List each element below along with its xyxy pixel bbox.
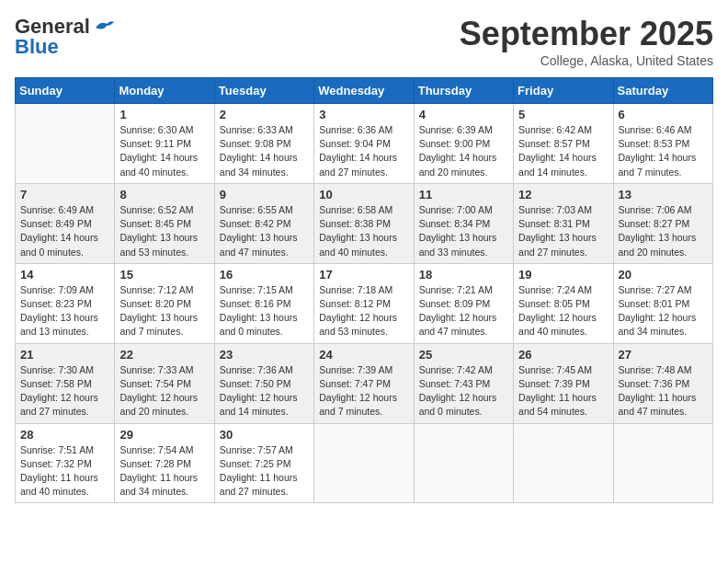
day-info: Sunrise: 7:45 AM Sunset: 7:39 PM Dayligh… <box>518 363 608 419</box>
day-number: 21 <box>20 348 109 362</box>
day-info: Sunrise: 6:52 AM Sunset: 8:45 PM Dayligh… <box>119 203 209 259</box>
weekday-header-row: SundayMondayTuesdayWednesdayThursdayFrid… <box>16 78 713 104</box>
calendar-cell: 4Sunrise: 6:39 AM Sunset: 9:00 PM Daylig… <box>414 104 513 184</box>
day-info: Sunrise: 6:49 AM Sunset: 8:49 PM Dayligh… <box>20 203 109 259</box>
day-number: 25 <box>419 348 508 362</box>
day-number: 20 <box>619 268 708 282</box>
day-info: Sunrise: 7:12 AM Sunset: 8:20 PM Dayligh… <box>119 283 209 339</box>
day-number: 12 <box>518 188 608 201</box>
day-number: 30 <box>220 428 309 442</box>
day-number: 27 <box>619 348 708 362</box>
calendar-cell: 5Sunrise: 6:42 AM Sunset: 8:57 PM Daylig… <box>514 104 613 184</box>
day-number: 5 <box>518 108 608 121</box>
day-info: Sunrise: 6:36 AM Sunset: 9:04 PM Dayligh… <box>319 123 408 179</box>
day-info: Sunrise: 7:30 AM Sunset: 7:58 PM Dayligh… <box>20 363 109 419</box>
calendar-cell: 29Sunrise: 7:54 AM Sunset: 7:28 PM Dayli… <box>115 423 214 503</box>
calendar-cell: 8Sunrise: 6:52 AM Sunset: 8:45 PM Daylig… <box>115 183 214 263</box>
day-info: Sunrise: 7:27 AM Sunset: 8:01 PM Dayligh… <box>619 283 708 339</box>
day-info: Sunrise: 7:33 AM Sunset: 7:54 PM Dayligh… <box>119 363 209 419</box>
day-number: 29 <box>119 428 209 442</box>
calendar-cell <box>514 423 613 503</box>
calendar-cell <box>414 423 513 503</box>
calendar-cell: 1Sunrise: 6:30 AM Sunset: 9:11 PM Daylig… <box>115 104 214 184</box>
day-info: Sunrise: 7:09 AM Sunset: 8:23 PM Dayligh… <box>20 283 109 339</box>
calendar-cell <box>16 104 115 184</box>
day-info: Sunrise: 7:42 AM Sunset: 7:43 PM Dayligh… <box>419 363 508 419</box>
location-text: College, Alaska, United States <box>460 53 713 68</box>
day-info: Sunrise: 7:51 AM Sunset: 7:32 PM Dayligh… <box>20 443 109 500</box>
day-number: 1 <box>119 108 209 121</box>
day-number: 10 <box>319 188 408 201</box>
month-title: September 2025 <box>460 15 713 53</box>
calendar-cell: 9Sunrise: 6:55 AM Sunset: 8:42 PM Daylig… <box>214 183 313 263</box>
day-number: 18 <box>419 268 508 282</box>
day-number: 4 <box>419 108 508 121</box>
calendar-cell: 25Sunrise: 7:42 AM Sunset: 7:43 PM Dayli… <box>414 343 513 423</box>
day-number: 28 <box>20 428 109 442</box>
calendar-cell: 3Sunrise: 6:36 AM Sunset: 9:04 PM Daylig… <box>314 104 414 184</box>
calendar-cell <box>613 423 712 503</box>
day-info: Sunrise: 7:21 AM Sunset: 8:09 PM Dayligh… <box>419 283 508 339</box>
day-info: Sunrise: 7:24 AM Sunset: 8:05 PM Dayligh… <box>518 283 608 339</box>
day-info: Sunrise: 6:39 AM Sunset: 9:00 PM Dayligh… <box>419 123 508 179</box>
day-info: Sunrise: 7:06 AM Sunset: 8:27 PM Dayligh… <box>619 203 708 259</box>
day-info: Sunrise: 6:33 AM Sunset: 9:08 PM Dayligh… <box>220 123 309 179</box>
day-info: Sunrise: 7:18 AM Sunset: 8:12 PM Dayligh… <box>319 283 408 339</box>
weekday-header-saturday: Saturday <box>613 78 712 104</box>
weekday-header-tuesday: Tuesday <box>214 78 313 104</box>
weekday-header-thursday: Thursday <box>414 78 513 104</box>
day-number: 16 <box>220 268 309 282</box>
calendar-cell: 18Sunrise: 7:21 AM Sunset: 8:09 PM Dayli… <box>414 263 513 343</box>
calendar-cell: 20Sunrise: 7:27 AM Sunset: 8:01 PM Dayli… <box>613 263 712 343</box>
day-info: Sunrise: 7:39 AM Sunset: 7:47 PM Dayligh… <box>319 363 408 419</box>
logo-bird-icon <box>94 18 114 35</box>
calendar-cell: 12Sunrise: 7:03 AM Sunset: 8:31 PM Dayli… <box>514 183 613 263</box>
calendar-cell: 16Sunrise: 7:15 AM Sunset: 8:16 PM Dayli… <box>214 263 313 343</box>
day-info: Sunrise: 7:03 AM Sunset: 8:31 PM Dayligh… <box>518 203 608 259</box>
weekday-header-wednesday: Wednesday <box>314 78 414 104</box>
calendar-cell: 23Sunrise: 7:36 AM Sunset: 7:50 PM Dayli… <box>214 343 313 423</box>
calendar-cell: 19Sunrise: 7:24 AM Sunset: 8:05 PM Dayli… <box>514 263 613 343</box>
weekday-header-monday: Monday <box>115 78 214 104</box>
calendar-cell: 30Sunrise: 7:57 AM Sunset: 7:25 PM Dayli… <box>214 423 313 503</box>
calendar-cell: 17Sunrise: 7:18 AM Sunset: 8:12 PM Dayli… <box>314 263 414 343</box>
day-number: 24 <box>319 348 408 362</box>
day-info: Sunrise: 7:48 AM Sunset: 7:36 PM Dayligh… <box>619 363 708 419</box>
day-number: 23 <box>220 348 309 362</box>
day-info: Sunrise: 7:57 AM Sunset: 7:25 PM Dayligh… <box>220 443 309 500</box>
calendar-cell: 27Sunrise: 7:48 AM Sunset: 7:36 PM Dayli… <box>613 343 712 423</box>
day-number: 2 <box>220 108 309 121</box>
calendar-table: SundayMondayTuesdayWednesdayThursdayFrid… <box>15 77 713 503</box>
weekday-header-sunday: Sunday <box>16 78 115 104</box>
day-number: 19 <box>518 268 608 282</box>
calendar-week-row: 7Sunrise: 6:49 AM Sunset: 8:49 PM Daylig… <box>16 183 713 263</box>
day-number: 26 <box>518 348 608 362</box>
calendar-cell: 21Sunrise: 7:30 AM Sunset: 7:58 PM Dayli… <box>16 343 115 423</box>
calendar-cell: 22Sunrise: 7:33 AM Sunset: 7:54 PM Dayli… <box>115 343 214 423</box>
calendar-week-row: 21Sunrise: 7:30 AM Sunset: 7:58 PM Dayli… <box>16 343 713 423</box>
day-info: Sunrise: 6:30 AM Sunset: 9:11 PM Dayligh… <box>119 123 209 179</box>
day-number: 6 <box>619 108 708 121</box>
day-number: 22 <box>119 348 209 362</box>
day-info: Sunrise: 7:54 AM Sunset: 7:28 PM Dayligh… <box>119 443 209 500</box>
calendar-cell: 14Sunrise: 7:09 AM Sunset: 8:23 PM Dayli… <box>16 263 115 343</box>
day-number: 9 <box>220 188 309 201</box>
day-number: 17 <box>319 268 408 282</box>
calendar-cell: 24Sunrise: 7:39 AM Sunset: 7:47 PM Dayli… <box>314 343 414 423</box>
day-number: 3 <box>319 108 408 121</box>
day-info: Sunrise: 7:15 AM Sunset: 8:16 PM Dayligh… <box>220 283 309 339</box>
logo-blue-text: Blue <box>15 35 59 59</box>
calendar-week-row: 14Sunrise: 7:09 AM Sunset: 8:23 PM Dayli… <box>16 263 713 343</box>
page-header: General Blue September 2025 College, Ala… <box>15 15 713 68</box>
logo: General Blue <box>15 15 114 59</box>
day-number: 7 <box>20 188 109 201</box>
calendar-cell: 13Sunrise: 7:06 AM Sunset: 8:27 PM Dayli… <box>613 183 712 263</box>
day-number: 13 <box>619 188 708 201</box>
calendar-cell: 2Sunrise: 6:33 AM Sunset: 9:08 PM Daylig… <box>214 104 313 184</box>
calendar-cell: 6Sunrise: 6:46 AM Sunset: 8:53 PM Daylig… <box>613 104 712 184</box>
calendar-cell: 15Sunrise: 7:12 AM Sunset: 8:20 PM Dayli… <box>115 263 214 343</box>
day-info: Sunrise: 7:00 AM Sunset: 8:34 PM Dayligh… <box>419 203 508 259</box>
day-info: Sunrise: 6:58 AM Sunset: 8:38 PM Dayligh… <box>319 203 408 259</box>
calendar-cell: 10Sunrise: 6:58 AM Sunset: 8:38 PM Dayli… <box>314 183 414 263</box>
day-number: 8 <box>119 188 209 201</box>
